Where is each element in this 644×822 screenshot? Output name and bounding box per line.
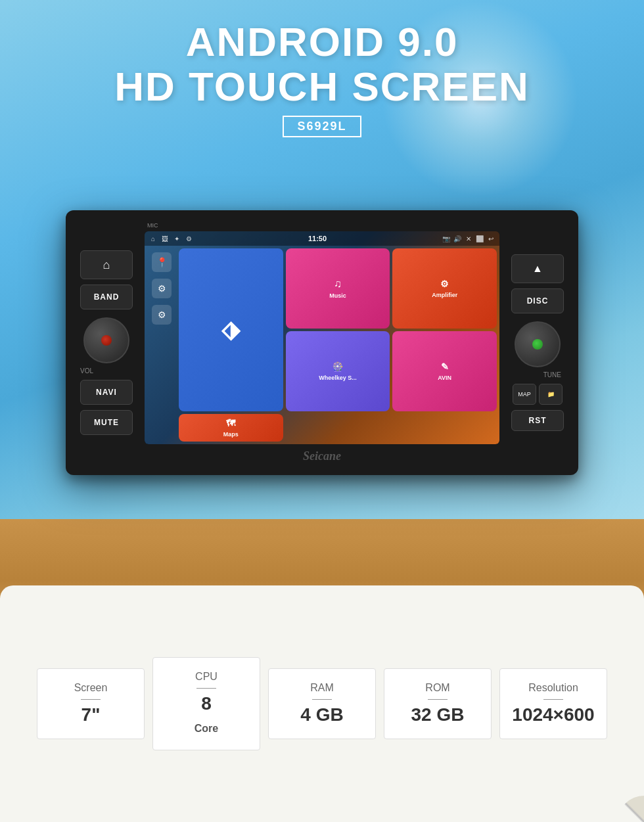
home-status-icon: ⌂ xyxy=(149,234,158,243)
music-app-tile[interactable]: ♫ Music xyxy=(286,248,390,329)
spec-label: Screen xyxy=(44,682,137,694)
mic-label: MIC xyxy=(145,222,499,229)
spec-divider xyxy=(428,699,448,700)
folder-button[interactable]: 📁 xyxy=(539,384,563,405)
avin-app-tile[interactable]: ✎ AVIN xyxy=(392,331,497,411)
spec-divider xyxy=(543,699,563,700)
navi-button[interactable]: NAVI xyxy=(80,380,133,405)
spec-item-resolution: Resolution 1024×600 xyxy=(499,668,607,740)
android-title: ANDROID 9.0 xyxy=(0,20,644,64)
specs-content: Screen 7" CPU 8Core RAM 4 GB ROM 32 GB R… xyxy=(0,585,644,822)
wheelkey-app-tile[interactable]: 🎡 Wheelkey S... xyxy=(286,331,390,411)
screen-area: MIC ⌂ 🖼 ✦ ⚙ 11:50 📷 🔊 xyxy=(145,222,499,463)
spec-divider xyxy=(196,688,216,689)
app-grid: ⬗ ♫ Music ⚙ Amplifier xyxy=(179,248,497,442)
seicane-logo: Seicane xyxy=(145,449,499,463)
maps-app-label: Maps xyxy=(223,431,239,438)
spec-value: 32 GB xyxy=(391,704,484,726)
spec-label: Resolution xyxy=(507,682,600,694)
status-icons-right: 📷 🔊 ✕ ⬜ ↩ xyxy=(442,234,495,243)
avin-app-label: AVIN xyxy=(438,375,451,381)
close-icon: ✕ xyxy=(464,234,473,243)
android-ui: ⌂ 🖼 ✦ ⚙ 11:50 📷 🔊 ✕ ⬜ ↩ xyxy=(145,231,499,444)
mute-button[interactable]: MUTE xyxy=(80,410,133,435)
status-bar: ⌂ 🖼 ✦ ⚙ 11:50 📷 🔊 ✕ ⬜ ↩ xyxy=(145,231,499,246)
amplifier-app-tile[interactable]: ⚙ Amplifier xyxy=(392,248,497,329)
spec-value: 7" xyxy=(44,704,137,726)
spec-label: CPU xyxy=(160,671,253,683)
device-body: ⌂ BAND VOL NAVI MUTE MIC ⌂ 🖼 ✦ ⚙ xyxy=(66,210,578,475)
spec-label: ROM xyxy=(391,682,484,694)
bluetooth-status-icon: ✦ xyxy=(172,234,181,243)
map-buttons-row: MAP 📁 xyxy=(513,384,563,405)
android-sidebar: 📍 ⚙ ⚙ xyxy=(147,248,176,442)
spec-value: 1024×600 xyxy=(507,704,600,726)
rst-button[interactable]: RST xyxy=(511,410,564,431)
amplifier-app-label: Amplifier xyxy=(432,292,457,298)
spec-item-screen: Screen 7" xyxy=(37,668,145,740)
brand-name: Seicane xyxy=(303,449,341,463)
volume-icon: 🔊 xyxy=(453,234,462,243)
settings-status-icon: ⚙ xyxy=(184,234,193,243)
volume-knob[interactable] xyxy=(83,317,129,363)
spec-value: 8Core xyxy=(160,693,253,737)
wheelkey-app-label: Wheelkey S... xyxy=(319,375,357,381)
header-section: ANDROID 9.0 HD TOUCH SCREEN S6929L xyxy=(0,20,644,137)
maps-app-tile[interactable]: 🗺 Maps xyxy=(179,414,283,442)
model-badge: S6929L xyxy=(283,116,361,137)
status-time: 11:50 xyxy=(308,235,327,242)
spec-item-ram: RAM 4 GB xyxy=(268,668,376,740)
hd-title: HD TOUCH SCREEN xyxy=(0,64,644,109)
music-app-label: Music xyxy=(329,292,346,299)
right-panel: ▲ DISC TUNE MAP 📁 RST xyxy=(505,254,570,431)
eject-button[interactable]: ▲ xyxy=(511,254,564,283)
location-icon[interactable]: 📍 xyxy=(152,252,172,272)
status-icons-left: ⌂ 🖼 ✦ ⚙ xyxy=(149,234,193,243)
specs-card: Screen 7" CPU 8Core RAM 4 GB ROM 32 GB R… xyxy=(0,585,644,822)
vol-label: VOL xyxy=(80,367,133,375)
bluetooth-app-tile[interactable]: ⬗ xyxy=(179,248,283,411)
back-icon: ↩ xyxy=(486,234,495,243)
photo-icon: 🖼 xyxy=(160,234,170,243)
tune-knob[interactable] xyxy=(515,321,561,367)
spec-item-rom: ROM 32 GB xyxy=(384,668,492,740)
spec-item-cpu: CPU 8Core xyxy=(152,657,260,750)
device-container: ⌂ BAND VOL NAVI MUTE MIC ⌂ 🖼 ✦ ⚙ xyxy=(66,210,578,475)
equalizer-icon[interactable]: ⚙ xyxy=(152,279,172,298)
tune-label: TUNE xyxy=(511,371,564,378)
android-content: 📍 ⚙ ⚙ ⬗ ♫ Music xyxy=(145,246,499,444)
camera-icon: 📷 xyxy=(442,234,451,243)
settings2-icon[interactable]: ⚙ xyxy=(152,305,172,325)
spec-label: RAM xyxy=(275,682,369,694)
main-screen[interactable]: ⌂ 🖼 ✦ ⚙ 11:50 📷 🔊 ✕ ⬜ ↩ xyxy=(145,231,499,444)
spec-value: 4 GB xyxy=(275,704,369,726)
map-button[interactable]: MAP xyxy=(513,384,536,405)
spec-divider xyxy=(312,699,332,700)
home-button[interactable]: ⌂ xyxy=(80,250,133,279)
left-panel: ⌂ BAND VOL NAVI MUTE xyxy=(74,250,139,435)
band-button[interactable]: BAND xyxy=(80,285,133,309)
window-icon: ⬜ xyxy=(475,234,484,243)
spec-divider xyxy=(81,699,101,700)
disc-button[interactable]: DISC xyxy=(511,288,564,313)
